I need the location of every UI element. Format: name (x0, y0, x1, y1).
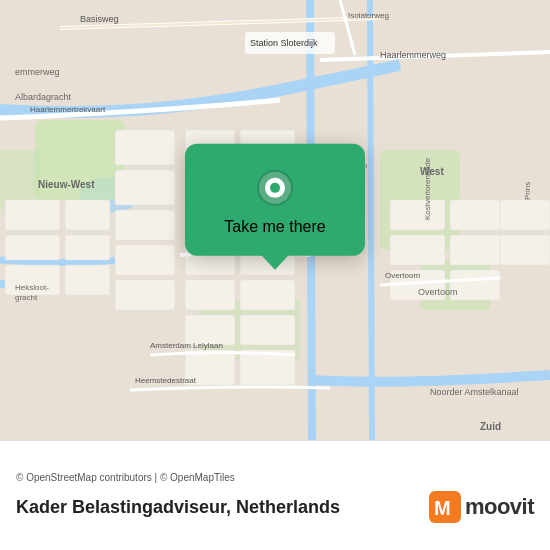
svg-rect-30 (240, 280, 295, 310)
svg-rect-14 (115, 130, 175, 165)
svg-text:Station Sloterdijk: Station Sloterdijk (250, 38, 318, 48)
svg-text:gracht: gracht (15, 293, 38, 302)
svg-text:Albardagracht: Albardagracht (15, 92, 72, 102)
svg-text:Amsterdam Lelylaan: Amsterdam Lelylaan (150, 341, 223, 350)
svg-rect-18 (115, 280, 175, 310)
svg-rect-16 (115, 210, 175, 240)
svg-text:emmerweg: emmerweg (15, 67, 60, 77)
popup-card[interactable]: Take me there (185, 144, 365, 256)
popup-label: Take me there (224, 218, 325, 236)
svg-rect-13 (65, 265, 110, 295)
svg-text:Overtoom: Overtoom (385, 271, 420, 280)
svg-rect-15 (115, 170, 175, 205)
svg-text:Basisweg: Basisweg (80, 14, 119, 24)
svg-rect-40 (500, 235, 550, 265)
svg-text:Isolatorweg: Isolatorweg (348, 11, 389, 20)
svg-point-67 (270, 183, 280, 193)
svg-text:Overtoom: Overtoom (418, 287, 458, 297)
svg-rect-23 (185, 280, 235, 310)
moovit-logo: M moovit (429, 491, 534, 523)
footer: © OpenStreetMap contributors | © OpenMap… (0, 440, 550, 550)
svg-rect-11 (65, 200, 110, 230)
svg-text:Haarlemmertrekvaart: Haarlemmertrekvaart (30, 105, 106, 114)
moovit-text: moovit (465, 494, 534, 520)
svg-text:Heemstedestraat: Heemstedestraat (135, 376, 197, 385)
svg-text:Nieuw-West: Nieuw-West (38, 179, 95, 190)
svg-text:Haarlemmerweg: Haarlemmerweg (380, 50, 446, 60)
svg-rect-33 (390, 200, 445, 230)
svg-rect-39 (500, 200, 550, 230)
svg-text:Kostverlorenkade: Kostverlorenkade (423, 157, 432, 220)
svg-text:Noorder Amstelkanaal: Noorder Amstelkanaal (430, 387, 519, 397)
map-container[interactable]: Basisweg Haarlemmertrekvaart Haarlemmerw… (0, 0, 550, 440)
svg-rect-17 (115, 245, 175, 275)
app: Basisweg Haarlemmertrekvaart Haarlemmerw… (0, 0, 550, 550)
svg-text:Zuid: Zuid (480, 421, 501, 432)
svg-text:M: M (434, 497, 451, 519)
svg-rect-12 (65, 235, 110, 260)
svg-rect-31 (240, 315, 295, 345)
svg-rect-36 (450, 200, 500, 230)
moovit-icon: M (429, 491, 461, 523)
svg-text:Heksloot-: Heksloot- (15, 283, 49, 292)
location-pin-icon (255, 168, 295, 208)
svg-rect-37 (450, 235, 500, 265)
map-attribution: © OpenStreetMap contributors | © OpenMap… (16, 472, 534, 483)
svg-rect-8 (5, 200, 60, 230)
svg-text:Prins: Prins (523, 182, 532, 200)
location-name: Kader Belastingadviseur, Netherlands (16, 497, 340, 518)
svg-rect-9 (5, 235, 60, 260)
svg-rect-34 (390, 235, 445, 265)
